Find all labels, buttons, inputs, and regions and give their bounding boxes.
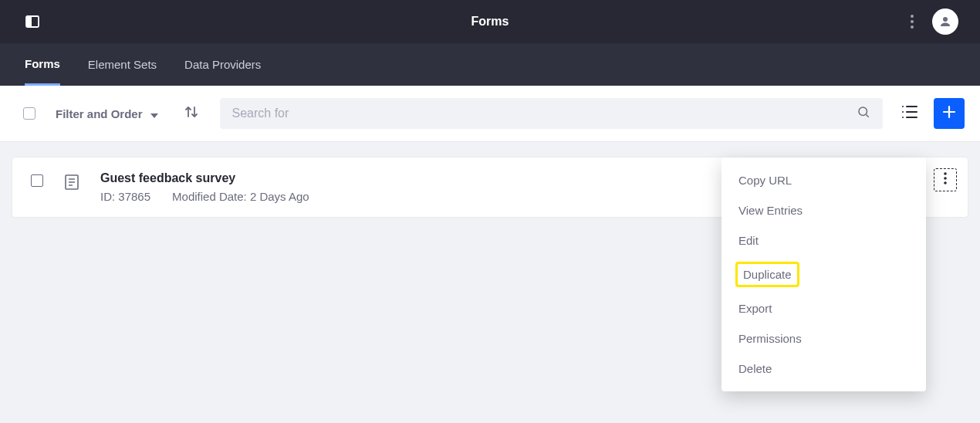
management-toolbar: Filter and Order [0, 86, 980, 142]
row-meta: ID: 37865 Modified Date: 2 Days Ago [100, 190, 309, 203]
panel-toggle-icon[interactable] [25, 14, 40, 29]
user-avatar[interactable] [932, 8, 958, 35]
menu-item-edit[interactable]: Edit [721, 225, 926, 255]
tab-element-sets[interactable]: Element Sets [88, 43, 157, 86]
plus-icon [942, 105, 956, 122]
page-title: Forms [471, 15, 509, 29]
nav-tabs: Forms Element Sets Data Providers [0, 43, 980, 86]
svg-rect-1 [26, 16, 32, 27]
svg-point-8 [944, 172, 947, 175]
caret-down-icon [150, 107, 158, 120]
svg-point-10 [944, 181, 947, 184]
svg-point-2 [911, 15, 914, 18]
sort-direction-icon[interactable] [184, 105, 198, 122]
row-title[interactable]: Guest feedback survey [100, 171, 309, 185]
row-body: Guest feedback survey ID: 37865 Modified… [100, 171, 309, 203]
menu-item-delete[interactable]: Delete [721, 354, 926, 384]
row-modified: Modified Date: 2 Days Ago [172, 190, 309, 203]
row-checkbox[interactable] [31, 174, 43, 187]
tab-data-providers[interactable]: Data Providers [184, 43, 261, 86]
tab-forms[interactable]: Forms [25, 43, 60, 86]
svg-point-3 [911, 20, 914, 23]
filter-order-button[interactable]: Filter and Order [56, 107, 158, 120]
select-all-checkbox[interactable] [23, 107, 35, 120]
ellipsis-v-icon [944, 172, 947, 188]
row-id: ID: 37865 [100, 190, 150, 203]
search-field [220, 98, 883, 129]
actions-dropdown-menu: Copy URL View Entries Edit Duplicate Exp… [721, 157, 926, 391]
svg-point-6 [859, 107, 867, 116]
add-button[interactable] [934, 98, 965, 129]
menu-item-duplicate[interactable]: Duplicate [735, 262, 799, 287]
content-area: Guest feedback survey ID: 37865 Modified… [0, 142, 980, 232]
svg-point-9 [944, 177, 947, 180]
menu-item-copy-url[interactable]: Copy URL [721, 165, 926, 195]
menu-item-export[interactable]: Export [721, 293, 926, 323]
header-options-icon[interactable] [911, 15, 914, 29]
search-icon[interactable] [857, 105, 870, 122]
menu-item-view-entries[interactable]: View Entries [721, 195, 926, 225]
search-input[interactable] [232, 107, 857, 120]
filter-order-label: Filter and Order [56, 107, 143, 120]
display-style-icon[interactable] [901, 105, 918, 122]
form-icon [65, 174, 79, 193]
row-actions-button[interactable] [934, 168, 957, 191]
svg-point-5 [943, 17, 948, 22]
svg-point-4 [911, 25, 914, 29]
app-header: Forms [0, 0, 980, 43]
menu-item-permissions[interactable]: Permissions [721, 323, 926, 354]
